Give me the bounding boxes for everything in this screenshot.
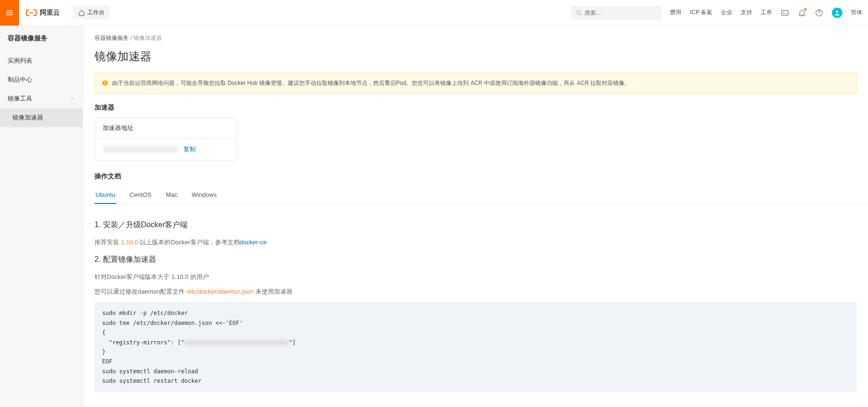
tab-mac[interactable]: Mac xyxy=(165,186,179,204)
nav-link-enterprise[interactable]: 企业 xyxy=(721,9,732,17)
main-content: 容器镜像服务 / 镜像加速器 镜像加速器 由于当前运营商网络问题，可能会导致您拉… xyxy=(83,26,868,407)
tab-ubuntu[interactable]: Ubuntu xyxy=(94,186,116,204)
docs-content: 1. 安装／升级Docker客户端 推荐安装 1.10.0 以上版本的Docke… xyxy=(83,204,868,402)
breadcrumb: 容器镜像服务 / 镜像加速器 xyxy=(83,26,868,47)
code-mirror-masked xyxy=(184,340,289,345)
nav-link-support[interactable]: 支持 xyxy=(741,9,752,17)
accelerator-card: 加速器地址 复制 xyxy=(94,118,237,161)
docker-ce-link[interactable]: docker-ce xyxy=(240,239,267,246)
sidebar: 容器镜像服务 实例列表 制品中心 镜像工具 镜像加速器 xyxy=(0,26,83,407)
svg-rect-5 xyxy=(782,10,788,15)
step1-text: 推荐安装 1.10.0 以上版本的Docker客户端，参考文档docker-ce xyxy=(94,237,857,248)
help-icon[interactable] xyxy=(815,9,823,17)
svg-point-7 xyxy=(836,10,839,13)
breadcrumb-leaf: 镜像加速器 xyxy=(133,35,162,41)
chevron-up-icon xyxy=(69,96,75,102)
step2-title: 2. 配置镜像加速器 xyxy=(94,255,857,265)
svg-rect-9 xyxy=(104,82,105,84)
accelerator-section-title: 加速器 xyxy=(83,103,868,118)
breadcrumb-root[interactable]: 容器镜像服务 xyxy=(94,35,129,41)
tab-centos[interactable]: CentOS xyxy=(129,186,152,204)
hamburger-icon xyxy=(5,8,14,18)
alert-banner: 由于当前运营商网络问题，可能会导致您拉取 Docker Hub 镜像变慢。建议您… xyxy=(94,73,857,94)
docs-section-title: 操作文档 xyxy=(83,172,868,186)
docs-tabs: Ubuntu CentOS Mac Windows xyxy=(83,186,868,204)
card-title: 加速器地址 xyxy=(95,118,236,139)
warning-icon xyxy=(102,80,108,86)
code-block[interactable]: sudo mkdir -p /etc/docker sudo tee /etc/… xyxy=(94,302,857,392)
aliyun-logo-icon xyxy=(26,7,37,18)
workbench-button[interactable]: 工作台 xyxy=(73,6,110,19)
top-bar: 阿里云 工作台 费用 ICP 备案 企业 支持 工单 简体 xyxy=(0,0,868,26)
notification-dot xyxy=(804,8,807,11)
notifications-icon[interactable] xyxy=(798,9,806,17)
sidebar-item-tools[interactable]: 镜像工具 xyxy=(0,89,83,108)
search-input[interactable] xyxy=(585,9,657,16)
alert-text: 由于当前运营商网络问题，可能会导致您拉取 Docker Hub 镜像变慢。建议您… xyxy=(112,79,630,88)
page-title: 镜像加速器 xyxy=(83,47,868,73)
terminal-icon[interactable] xyxy=(781,9,789,17)
svg-line-4 xyxy=(580,14,581,15)
home-icon xyxy=(78,9,85,16)
tab-windows[interactable]: Windows xyxy=(191,186,218,204)
sidebar-collapse-handle[interactable] xyxy=(83,216,87,235)
lang-switch[interactable]: 简体 xyxy=(851,9,862,17)
brand-name: 阿里云 xyxy=(40,9,60,17)
nav-link-icp[interactable]: ICP 备案 xyxy=(690,9,712,17)
sidebar-item-accelerator[interactable]: 镜像加速器 xyxy=(0,108,83,127)
chevron-left-icon xyxy=(83,222,87,229)
card-body: 复制 xyxy=(95,139,236,160)
brand-logo[interactable]: 阿里云 xyxy=(19,0,67,26)
sidebar-title: 容器镜像服务 xyxy=(0,26,83,51)
search-box[interactable] xyxy=(571,6,661,20)
svg-point-3 xyxy=(577,10,580,14)
copy-button[interactable]: 复制 xyxy=(183,145,196,154)
nav-link-fee[interactable]: 费用 xyxy=(670,9,681,17)
sidebar-item-label: 镜像工具 xyxy=(8,94,32,103)
sidebar-item-artifacts[interactable]: 制品中心 xyxy=(0,70,83,89)
step2-line2: 您可以通过修改daemon配置文件 /etc/docker/daemon.jso… xyxy=(94,286,857,297)
layout: 容器镜像服务 实例列表 制品中心 镜像工具 镜像加速器 容器镜像服务 / 镜像加… xyxy=(0,26,868,407)
step2-line1: 针对Docker客户端版本大于 1.10.0 的用户 xyxy=(94,271,857,282)
nav-link-ticket[interactable]: 工单 xyxy=(761,9,772,17)
menu-toggle[interactable] xyxy=(0,0,19,26)
sidebar-item-instances[interactable]: 实例列表 xyxy=(0,51,83,70)
accelerator-address-masked xyxy=(103,146,179,153)
step1-title: 1. 安装／升级Docker客户端 xyxy=(94,220,857,230)
workbench-label: 工作台 xyxy=(87,9,104,17)
top-right-group: 费用 ICP 备案 企业 支持 工单 简体 xyxy=(571,6,868,20)
search-icon xyxy=(576,9,582,16)
user-avatar[interactable] xyxy=(832,8,842,18)
svg-rect-10 xyxy=(104,84,105,84)
